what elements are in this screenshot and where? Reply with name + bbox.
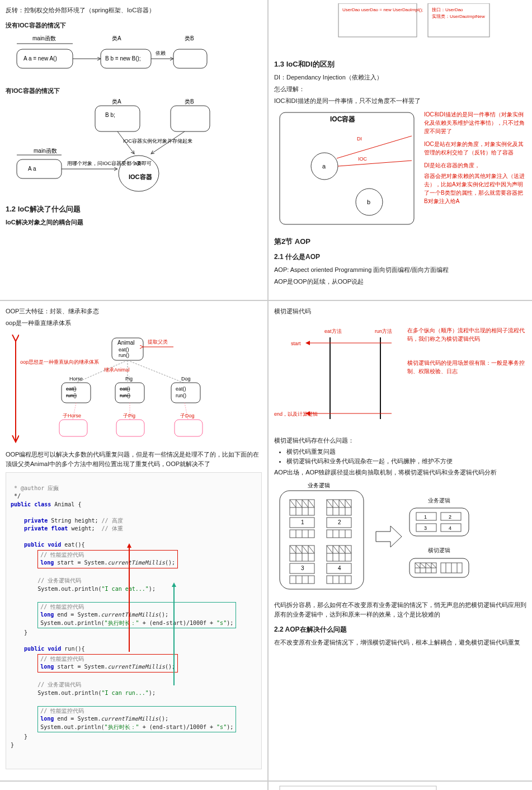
cross-list: 横切代码重复问题 横切逻辑代码和业务代码混杂在一起，代码臃肿，维护不方便	[286, 448, 526, 465]
svg-rect-10	[171, 106, 210, 131]
top-line: 反转：控制权交给外部环境了（spring框架、IoC容器）	[6, 6, 262, 15]
code-block: * @author 应癫 */ public class Animal { pr…	[6, 472, 262, 769]
oop-para: OOP编程思想可以解决大多数的代码重复问题，但是有一些情况是处理不了的，比如下面…	[6, 450, 262, 469]
svg-rect-65	[59, 420, 87, 436]
cross-after	[408, 557, 470, 580]
di-def: DI：Dependancy Injection（依赖注入）	[274, 73, 526, 82]
svg-text:UserDao userDao = new UserDaoI: UserDao userDao = new UserDaoImpl();	[342, 7, 423, 12]
p-1-2: IoC解决对象之间的耦合问题	[6, 218, 262, 227]
svg-text:run(): run()	[66, 393, 77, 398]
svg-text:run(): run()	[176, 393, 186, 398]
h-sec2: 第2节 AOP	[274, 237, 526, 247]
cross-title: 横切逻辑代码	[274, 307, 526, 316]
svg-text:Animal: Animal	[117, 340, 135, 346]
svg-text:A a: A a	[28, 166, 36, 172]
svg-line-49	[128, 360, 183, 383]
svg-rect-16	[17, 159, 62, 178]
svg-text:实现类：UserDaoImplNew: 实现类：UserDaoImplNew	[432, 14, 485, 19]
svg-text:业务逻辑: 业务逻辑	[308, 482, 330, 488]
depend-label: 依赖	[156, 50, 166, 56]
classB-label: 类B	[185, 35, 194, 41]
svg-text:继承Animal: 继承Animal	[104, 367, 130, 373]
cross-q: 横切逻辑代码存在什么问题：	[274, 436, 526, 445]
svg-rect-28	[280, 112, 414, 224]
ioc-di-diagram: IOC容器 a b DI IOC	[274, 108, 420, 231]
ioc-note2: IOC是站在对象的角度，对象实例化及其管理的权利交给了（反转）给了容器	[424, 140, 526, 157]
cross-note1: 在多个纵向（顺序）流程中出现的相同子流程代码，我们称之为横切逻辑代码	[407, 326, 526, 343]
ioc-note1: IOC和DI描述的是同一件事情（对象实例化及依赖关系维护这件事情），只不过角度不…	[424, 110, 526, 135]
svg-text:Dog: Dog	[181, 376, 191, 382]
h-2-1: 2.1 什么是AOP	[274, 252, 526, 262]
ioc-note3: DI是站在容器的角度，	[424, 161, 526, 170]
oop-3: OOP三大特征：封装、继承和多态	[6, 307, 262, 316]
svg-text:B  b;: B b;	[105, 112, 115, 118]
svg-text:4: 4	[449, 525, 451, 531]
no-ioc-title: 没有IOC容器的情况下	[6, 21, 262, 30]
h-1-2: 1.2 IoC解决了什么问题	[6, 204, 262, 214]
svg-text:b: b	[367, 199, 370, 205]
svg-text:提取父类: 提取父类	[148, 339, 168, 345]
same-thing: IOC和DI描述的是同一件事情，只不过角度不一样罢了	[274, 96, 526, 106]
svg-text:类B: 类B	[185, 98, 194, 105]
placeholder-box	[274, 785, 442, 790]
aop-def: AOP: Aspect oriented Programming 面向切面编程/…	[274, 265, 526, 275]
svg-text:eat(): eat()	[120, 386, 130, 392]
svg-text:IOC容器实例化对象并存储起来: IOC容器实例化对象并存储起来	[123, 138, 192, 144]
svg-line-34	[337, 136, 412, 158]
svg-text:run(): run()	[120, 393, 130, 398]
svg-text:main函数: main函数	[34, 148, 57, 154]
b-new: B b = new B();	[105, 55, 141, 62]
svg-text:start: start	[291, 341, 301, 346]
p-2-2: 在不改变原有业务逻辑情况下，增强横切逻辑代码，根本上解耦合，避免横切逻辑代码重复	[274, 638, 526, 647]
arrow-icon	[375, 523, 403, 551]
svg-text:接口：UserDao: 接口：UserDao	[432, 7, 463, 12]
svg-text:3: 3	[424, 525, 427, 531]
with-ioc-diagram: 类A B b; 类B IOC容器实例化对象并存储起来 main函数 A a 用哪…	[6, 98, 252, 199]
ioc-note4: 容器会把对象依赖的其他对象注入（送进去），比如A对象实例化过程中因为声明了一个B…	[424, 172, 526, 205]
svg-text:3: 3	[301, 565, 304, 571]
how: 怎么理解：	[274, 84, 526, 94]
svg-rect-67	[116, 420, 144, 436]
svg-text:2: 2	[449, 514, 451, 520]
svg-text:IOC容器: IOC容器	[129, 173, 152, 180]
cross-note2: 横切逻辑代码的使用场景很有限：一般是事务控制、权限校验、日志	[407, 359, 526, 375]
biz-before: 业务逻辑 1 2 3	[274, 481, 369, 592]
svg-text:子Dog: 子Dog	[180, 413, 195, 418]
cross-diagram: eat方法 run方法 start end，以及计算逻辑	[274, 324, 403, 425]
svg-text:eat方法: eat方法	[324, 328, 342, 334]
inheritance-diagram: oop思想是一种垂直纵向的继承体系 Animal eat() run() 提取父…	[6, 330, 252, 448]
svg-text:a: a	[322, 163, 326, 170]
svg-text:IOC: IOC	[358, 156, 368, 162]
classA-label: 类A	[112, 35, 121, 41]
cross-after-label: 横切逻辑	[408, 546, 470, 555]
svg-text:oop思想是一种垂直纵向的继承体系: oop思想是一种垂直纵向的继承体系	[20, 359, 99, 365]
svg-rect-5	[173, 49, 207, 68]
svg-text:IOC容器: IOC容器	[330, 115, 355, 123]
biz-after: 1 2 3 4	[408, 507, 470, 538]
svg-text:子Horse: 子Horse	[63, 413, 81, 418]
svg-text:1: 1	[301, 519, 304, 525]
no-ioc-diagram: main函数 A a = new A() 类A B b = new B(); 依…	[6, 32, 252, 77]
svg-text:2: 2	[338, 519, 341, 525]
svg-text:DI: DI	[357, 136, 362, 142]
svg-rect-69	[175, 420, 203, 436]
svg-text:run方法: run方法	[375, 328, 392, 334]
svg-text:子Pig: 子Pig	[123, 413, 135, 418]
svg-line-36	[338, 161, 412, 166]
svg-text:a,b: a,b	[134, 161, 142, 166]
h-1-3: 1.3 IoC和DI的区别	[274, 59, 526, 69]
svg-rect-7	[95, 106, 140, 131]
with-ioc-title: 有IOC容器的情况下	[6, 86, 262, 96]
h-2-2: 2.2 AOP在解决什么问题	[274, 625, 526, 634]
aop-out: AOP出场，AOP独辟蹊径提出横向抽取机制，将横切逻辑代码和业务逻辑代码分析	[274, 468, 526, 477]
biz-after-label: 业务逻辑	[408, 496, 470, 505]
svg-text:end，以及计算逻辑: end，以及计算逻辑	[274, 411, 318, 417]
main-fn-label: main函数	[32, 35, 56, 41]
oop-vert: oop是一种垂直继承体系	[6, 318, 262, 328]
userdao-boxes: UserDao userDao = new UserDaoImpl(); 接口：…	[274, 3, 509, 54]
split-para: 代码拆分容易，那么如何在不改变原有业务逻辑的情况下，悄无声息的把横切逻辑代码应用…	[274, 600, 526, 619]
aop-ext: AOP是OOP的延续，从OOP说起	[274, 277, 526, 286]
svg-text:eat(): eat()	[119, 347, 129, 352]
svg-text:eat(): eat()	[66, 386, 77, 392]
svg-text:run(): run()	[119, 352, 129, 358]
